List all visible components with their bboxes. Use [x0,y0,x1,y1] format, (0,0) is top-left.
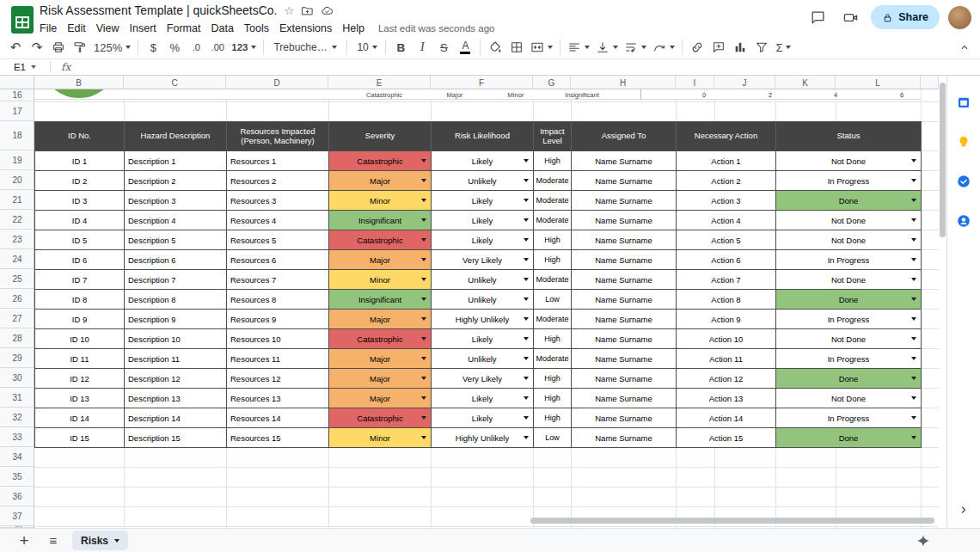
menu-file[interactable]: File [34,21,62,36]
menu-format[interactable]: Format [162,21,206,36]
cell-severity[interactable]: Catastrophic [329,230,432,250]
dropdown-arrow-icon[interactable] [911,396,916,400]
dropdown-arrow-icon[interactable] [524,218,529,222]
menu-data[interactable]: Data [205,21,238,36]
functions-button[interactable]: Σ [773,38,793,57]
cell-impact[interactable]: High [534,389,572,408]
cell-impact[interactable]: High [534,408,572,428]
cell-description[interactable]: Description 4 [125,211,227,230]
dropdown-arrow-icon[interactable] [524,159,529,163]
cell-id[interactable]: ID 9 [35,310,125,329]
cell-likelihood[interactable]: Very Likely [432,250,534,270]
table-header-action[interactable]: Necessary Action [677,122,776,151]
row-header-24[interactable]: 24 [0,249,34,269]
dropdown-arrow-icon[interactable] [911,357,916,360]
cell-likelihood[interactable]: Unlikely [432,270,534,290]
dropdown-arrow-icon[interactable] [524,258,529,261]
cell-likelihood[interactable]: Likely [432,389,534,408]
dropdown-arrow-icon[interactable] [911,317,916,321]
row-header-36[interactable]: 36 [0,487,34,506]
dropdown-arrow-icon[interactable] [421,416,426,420]
cell-assigned[interactable]: Name Surname [572,428,677,448]
cell-action[interactable]: Action 10 [677,329,776,349]
redo-button[interactable]: ↷ [27,38,47,57]
row-header-29[interactable]: 29 [0,348,34,368]
menu-help[interactable]: Help [337,21,370,36]
insert-link-button[interactable] [687,38,707,57]
cell-assigned[interactable]: Name Surname [572,270,677,290]
dropdown-arrow-icon[interactable] [524,396,529,400]
cell-action[interactable]: Action 7 [677,270,776,290]
cell-action[interactable]: Action 13 [677,389,776,408]
sheet-tab-risks[interactable]: Risks [72,531,128,550]
cell-assigned[interactable]: Name Surname [572,310,677,329]
column-header-E[interactable]: E [328,76,431,89]
cell-id[interactable]: ID 8 [35,290,125,310]
all-sheets-button[interactable]: ≡ [43,531,64,551]
cell-description[interactable]: Description 15 [125,428,227,448]
row-header-16[interactable]: 16 [0,89,34,101]
dropdown-arrow-icon[interactable] [421,357,426,360]
cell-assigned[interactable]: Name Surname [572,211,677,230]
cell-action[interactable]: Action 15 [677,428,776,448]
table-header-assigned[interactable]: Assigned To [572,122,677,151]
dropdown-arrow-icon[interactable] [524,199,529,202]
dropdown-arrow-icon[interactable] [524,357,529,360]
cell-description[interactable]: Description 1 [125,151,227,171]
cell-id[interactable]: ID 10 [35,329,125,349]
contacts-icon[interactable] [954,212,973,230]
cell-status[interactable]: In Progress [776,310,922,329]
cell-assigned[interactable]: Name Surname [572,349,677,369]
cell-severity[interactable]: Major [329,389,432,408]
cell-resources[interactable]: Resources 15 [227,428,329,448]
cell-likelihood[interactable]: Unlikely [432,171,534,191]
italic-button[interactable]: I [412,38,432,57]
column-header-L[interactable]: L [836,76,921,89]
cell-status[interactable]: In Progress [776,349,922,369]
cell-assigned[interactable]: Name Surname [572,290,677,310]
comment-history-icon[interactable] [805,5,830,29]
column-header-H[interactable]: H [571,76,676,89]
menu-tools[interactable]: Tools [239,21,274,36]
cell-id[interactable]: ID 6 [35,250,125,270]
dropdown-arrow-icon[interactable] [911,297,916,301]
dropdown-arrow-icon[interactable] [421,179,426,182]
cell-resources[interactable]: Resources 14 [227,408,329,428]
horizontal-align-button[interactable] [565,38,592,57]
cell-severity[interactable]: Minor [329,270,432,290]
dropdown-arrow-icon[interactable] [421,238,426,242]
row-header-20[interactable]: 20 [0,170,34,190]
text-rotation-button[interactable] [650,38,677,57]
cell-impact[interactable]: High [534,329,572,349]
cell-action[interactable]: Action 12 [677,369,776,389]
table-header-severity[interactable]: Severity [329,122,432,151]
dropdown-arrow-icon[interactable] [911,218,916,222]
cell-description[interactable]: Description 13 [125,389,227,408]
text-color-button[interactable]: A [455,38,475,57]
dropdown-arrow-icon[interactable] [911,179,916,182]
vertical-align-button[interactable] [593,38,621,57]
row-header-28[interactable]: 28 [0,328,34,348]
cell-status[interactable]: Not Done [776,151,922,171]
cell-status[interactable]: In Progress [776,171,922,191]
cell-description[interactable]: Description 12 [125,369,227,389]
font-family-dropdown[interactable]: Trebuchet MS [268,38,342,57]
table-header-impact[interactable]: Impact Level [534,122,572,151]
dropdown-arrow-icon[interactable] [421,297,426,301]
cell-status[interactable]: Not Done [776,389,922,408]
cell-severity[interactable]: Minor [329,191,432,211]
print-button[interactable] [48,38,69,57]
cell-assigned[interactable]: Name Surname [572,329,677,349]
cell-description[interactable]: Description 5 [125,230,227,250]
cell-description[interactable]: Description 8 [125,290,227,310]
text-wrap-button[interactable] [622,38,649,57]
decrease-decimal-button[interactable]: .0 [186,38,206,57]
column-header-D[interactable]: D [226,76,328,89]
dropdown-arrow-icon[interactable] [911,416,916,420]
hide-side-panel-icon[interactable] [954,500,973,519]
cell-severity[interactable]: Minor [329,428,432,448]
column-header-G[interactable]: G [533,76,571,89]
dropdown-arrow-icon[interactable] [421,317,426,321]
doc-title[interactable]: Risk Assessment Template | quickSheetsCo… [40,3,278,17]
cell-severity[interactable]: Catastrophic [329,151,432,171]
